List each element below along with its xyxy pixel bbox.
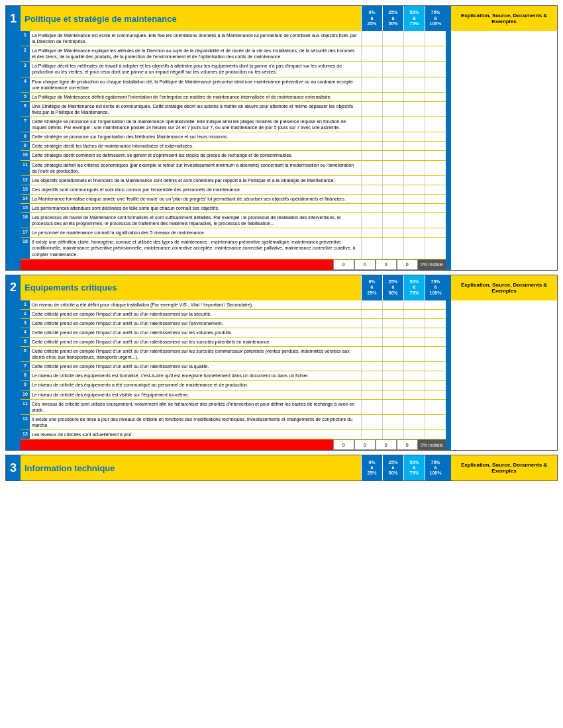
section-1-item-11-score-1[interactable] bbox=[382, 161, 403, 175]
section-1-item-13-score-0[interactable] bbox=[361, 185, 382, 194]
section-1-item-7-score-2[interactable] bbox=[403, 117, 425, 132]
section-1-item-11-score-0[interactable] bbox=[361, 161, 382, 175]
section-1-item-14-score-1[interactable] bbox=[382, 195, 403, 203]
section-1-item-15-score-3[interactable] bbox=[425, 204, 446, 212]
section-1-item-3-score-0[interactable] bbox=[361, 62, 382, 76]
section-1-item-10-score-3[interactable] bbox=[425, 151, 446, 159]
section-1-score-col-2[interactable]: 50%à75% bbox=[403, 6, 425, 31]
section-1-item-6-score-2[interactable] bbox=[403, 102, 425, 116]
section-1-item-3-score-1[interactable] bbox=[382, 62, 403, 76]
section-1-item-13-score-1[interactable] bbox=[382, 185, 403, 194]
section-1-item-7-score-0[interactable] bbox=[361, 117, 382, 132]
section-2-item-7-score-1[interactable] bbox=[382, 362, 403, 371]
section-1-item-4-score-2[interactable] bbox=[403, 77, 425, 92]
section-1-item-12-score-3[interactable] bbox=[425, 176, 446, 185]
section-1-item-9-score-0[interactable] bbox=[361, 142, 382, 150]
section-2-item-11-score-1[interactable] bbox=[382, 400, 403, 414]
section-1-item-6-score-3[interactable] bbox=[425, 102, 446, 116]
section-1-item-15-score-0[interactable] bbox=[361, 204, 382, 212]
section-2-item-9-score-0[interactable] bbox=[361, 381, 382, 389]
section-1-item-8-score-0[interactable] bbox=[361, 132, 382, 141]
section-1-item-3-score-3[interactable] bbox=[425, 62, 446, 76]
section-2-item-13-score-3[interactable] bbox=[425, 430, 446, 439]
section-2-item-4-score-2[interactable] bbox=[403, 328, 425, 337]
section-1-item-13-score-3[interactable] bbox=[425, 185, 446, 194]
section-1-item-16-score-3[interactable] bbox=[425, 213, 446, 228]
section-2-item-7-score-0[interactable] bbox=[361, 362, 382, 371]
section-1-item-8-score-3[interactable] bbox=[425, 132, 446, 141]
section-3-score-col-1[interactable]: 25%à50% bbox=[382, 455, 403, 480]
section-2-item-3-score-1[interactable] bbox=[382, 319, 403, 328]
section-2-item-13-score-0[interactable] bbox=[361, 430, 382, 439]
section-2-item-9-score-2[interactable] bbox=[403, 381, 425, 389]
section-1-item-16-score-0[interactable] bbox=[361, 213, 382, 228]
section-2-item-8-score-2[interactable] bbox=[403, 371, 425, 380]
section-1-item-18-score-0[interactable] bbox=[361, 238, 382, 258]
section-2-item-10-score-1[interactable] bbox=[382, 390, 403, 399]
section-2-item-4-score-1[interactable] bbox=[382, 328, 403, 337]
section-1-item-5-score-0[interactable] bbox=[361, 93, 382, 101]
section-1-item-18-score-1[interactable] bbox=[382, 238, 403, 258]
section-1-item-1-score-2[interactable] bbox=[403, 31, 425, 46]
section-1-item-9-score-3[interactable] bbox=[425, 142, 446, 150]
section-2-item-9-score-3[interactable] bbox=[425, 381, 446, 389]
section-2-item-12-score-2[interactable] bbox=[403, 415, 425, 430]
section-2-item-6-score-0[interactable] bbox=[361, 347, 382, 361]
section-2-item-1-score-1[interactable] bbox=[382, 300, 403, 309]
section-1-item-13-score-2[interactable] bbox=[403, 185, 425, 194]
section-1-item-4-score-1[interactable] bbox=[382, 77, 403, 92]
section-1-item-10-score-2[interactable] bbox=[403, 151, 425, 159]
section-1-item-18-score-2[interactable] bbox=[403, 238, 425, 258]
section-1-item-1-score-1[interactable] bbox=[382, 31, 403, 46]
section-2-item-5-score-0[interactable] bbox=[361, 338, 382, 346]
section-2-item-11-score-2[interactable] bbox=[403, 400, 425, 414]
section-2-item-3-score-3[interactable] bbox=[425, 319, 446, 328]
section-1-item-5-score-2[interactable] bbox=[403, 93, 425, 101]
section-3-score-col-2[interactable]: 50%à75% bbox=[403, 455, 425, 480]
section-1-item-2-score-1[interactable] bbox=[382, 46, 403, 61]
section-2-item-2-score-3[interactable] bbox=[425, 310, 446, 318]
section-1-item-1-score-0[interactable] bbox=[361, 31, 382, 46]
section-2-item-1-score-3[interactable] bbox=[425, 300, 446, 309]
section-1-item-3-score-2[interactable] bbox=[403, 62, 425, 76]
section-2-item-2-score-2[interactable] bbox=[403, 310, 425, 318]
section-1-item-4-score-3[interactable] bbox=[425, 77, 446, 92]
section-1-item-17-score-1[interactable] bbox=[382, 228, 403, 237]
section-1-item-14-score-3[interactable] bbox=[425, 195, 446, 203]
section-1-score-col-0[interactable]: 0%à25% bbox=[361, 6, 382, 31]
section-1-score-col-1[interactable]: 25%à50% bbox=[382, 6, 403, 31]
section-1-score-col-3[interactable]: 75%à100% bbox=[425, 6, 446, 31]
section-3-score-col-3[interactable]: 75%à100% bbox=[425, 455, 446, 480]
section-2-item-6-score-3[interactable] bbox=[425, 347, 446, 361]
section-1-item-16-score-1[interactable] bbox=[382, 213, 403, 228]
section-1-item-11-score-2[interactable] bbox=[403, 161, 425, 175]
section-2-item-3-score-0[interactable] bbox=[361, 319, 382, 328]
section-2-item-1-score-2[interactable] bbox=[403, 300, 425, 309]
section-1-item-12-score-1[interactable] bbox=[382, 176, 403, 185]
section-1-item-17-score-0[interactable] bbox=[361, 228, 382, 237]
section-2-score-col-0[interactable]: 0%à25% bbox=[361, 275, 382, 300]
section-2-item-7-score-2[interactable] bbox=[403, 362, 425, 371]
section-1-item-6-score-1[interactable] bbox=[382, 102, 403, 116]
section-1-item-2-score-0[interactable] bbox=[361, 46, 382, 61]
section-1-item-18-score-3[interactable] bbox=[425, 238, 446, 258]
section-2-item-5-score-1[interactable] bbox=[382, 338, 403, 346]
section-2-item-7-score-3[interactable] bbox=[425, 362, 446, 371]
section-2-item-3-score-2[interactable] bbox=[403, 319, 425, 328]
section-1-item-12-score-0[interactable] bbox=[361, 176, 382, 185]
section-1-item-5-score-3[interactable] bbox=[425, 93, 446, 101]
section-2-score-col-2[interactable]: 50%à75% bbox=[403, 275, 425, 300]
section-1-item-9-score-1[interactable] bbox=[382, 142, 403, 150]
section-1-item-2-score-2[interactable] bbox=[403, 46, 425, 61]
section-1-item-1-score-3[interactable] bbox=[425, 31, 446, 46]
section-1-item-4-score-0[interactable] bbox=[361, 77, 382, 92]
section-1-item-5-score-1[interactable] bbox=[382, 93, 403, 101]
section-1-item-15-score-1[interactable] bbox=[382, 204, 403, 212]
section-1-item-2-score-3[interactable] bbox=[425, 46, 446, 61]
section-1-item-14-score-0[interactable] bbox=[361, 195, 382, 203]
section-2-item-10-score-0[interactable] bbox=[361, 390, 382, 399]
section-2-item-2-score-1[interactable] bbox=[382, 310, 403, 318]
section-2-item-5-score-2[interactable] bbox=[403, 338, 425, 346]
section-3-score-col-0[interactable]: 0%à25% bbox=[361, 455, 382, 480]
section-1-item-14-score-2[interactable] bbox=[403, 195, 425, 203]
